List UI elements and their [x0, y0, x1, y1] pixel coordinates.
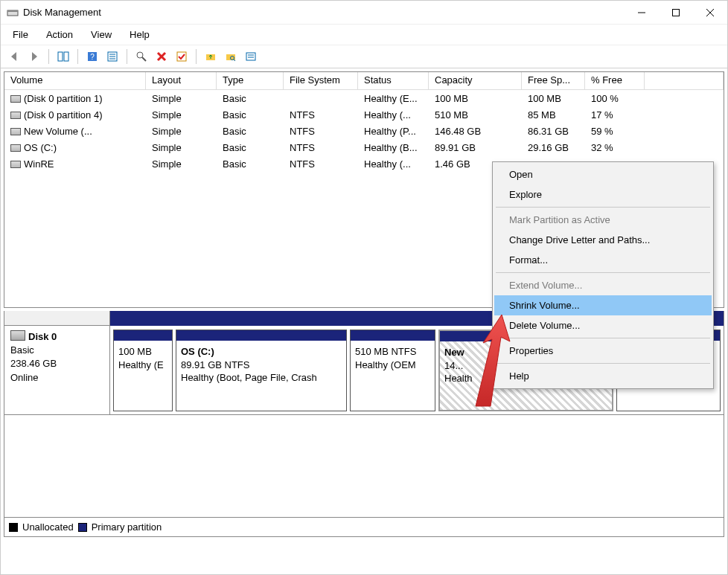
ctx-separator — [496, 272, 710, 273]
check-icon[interactable] — [173, 48, 191, 65]
ctx-mark-active: Mark Partition as Active — [494, 210, 712, 230]
find-icon[interactable] — [132, 48, 150, 65]
menu-action[interactable]: Action — [39, 26, 80, 43]
svg-rect-3 — [673, 9, 680, 16]
ctx-format[interactable]: Format... — [494, 250, 712, 270]
volume-free: 29.16 GB — [522, 141, 585, 155]
folder-up-icon[interactable] — [202, 48, 220, 65]
col-volume[interactable]: Volume — [4, 72, 146, 89]
volume-row[interactable]: (Disk 0 partition 1)SimpleBasicHealthy (… — [4, 90, 724, 106]
menu-view[interactable]: View — [83, 26, 119, 43]
ctx-help[interactable]: Help — [494, 366, 712, 386]
volume-capacity: 510 MB — [429, 108, 522, 122]
separator — [196, 49, 197, 64]
forward-icon[interactable] — [25, 48, 43, 65]
volume-pct: 17 % — [585, 108, 645, 122]
disk-type: Basic — [10, 344, 103, 357]
window-title: Disk Management — [23, 7, 625, 18]
partition-box[interactable]: OS (C:)89.91 GB NTFSHealthy (Boot, Page … — [176, 330, 347, 411]
ctx-delete[interactable]: Delete Volume... — [494, 315, 712, 335]
legend-unallocated-swatch — [9, 523, 18, 532]
help-icon[interactable]: ? — [83, 48, 101, 65]
legend-primary-swatch — [78, 523, 87, 532]
partition-line2: Healthy (Boot, Page File, Crash — [181, 371, 342, 385]
ctx-explore[interactable]: Explore — [494, 184, 712, 205]
volume-capacity: 89.91 GB — [429, 141, 522, 155]
list-icon[interactable] — [242, 48, 260, 65]
volume-type: Basic — [217, 157, 284, 171]
minimize-button[interactable] — [625, 1, 659, 24]
folder-search-icon[interactable] — [222, 48, 240, 65]
volume-layout: Simple — [146, 124, 217, 138]
volume-type: Basic — [217, 141, 284, 155]
partition-line2: Healthy (OEM — [355, 359, 430, 372]
col-type[interactable]: Type — [217, 72, 284, 89]
ctx-change-letter[interactable]: Change Drive Letter and Paths... — [494, 230, 712, 250]
col-free[interactable]: Free Sp... — [522, 72, 585, 89]
ctx-extend: Extend Volume... — [494, 275, 712, 295]
volume-name: OS (C:) — [24, 142, 57, 153]
volume-status: Healthy (E... — [358, 91, 429, 106]
volume-name: WinRE — [24, 158, 54, 170]
volume-free: 100 MB — [522, 91, 585, 106]
volume-fs: NTFS — [284, 141, 358, 155]
volume-status: Healthy (B... — [358, 141, 429, 155]
partition-line1: 89.91 GB NTFS — [181, 359, 342, 372]
volume-pct: 100 % — [585, 91, 645, 106]
volume-status: Healthy (... — [358, 108, 429, 122]
window-controls — [625, 1, 727, 24]
disk-stripe — [4, 311, 109, 326]
separator — [48, 49, 49, 64]
col-fs[interactable]: File System — [284, 72, 358, 89]
partition-line2: Healthy (E — [118, 359, 167, 372]
disk-icon — [10, 330, 25, 341]
separator — [77, 49, 78, 64]
partition-stripe — [114, 330, 172, 341]
maximize-button[interactable] — [659, 1, 693, 24]
volume-fs: NTFS — [284, 108, 358, 122]
volume-row[interactable]: New Volume (...SimpleBasicNTFSHealthy (P… — [4, 123, 724, 139]
col-pct[interactable]: % Free — [585, 72, 645, 89]
svg-rect-7 — [64, 52, 68, 61]
disk-label[interactable]: Disk 0 Basic 238.46 GB Online — [4, 311, 110, 414]
close-button[interactable] — [693, 1, 727, 24]
app-icon — [7, 7, 19, 19]
volume-status: Healthy (P... — [358, 124, 429, 138]
volume-row[interactable]: (Disk 0 partition 4)SimpleBasicNTFSHealt… — [4, 106, 724, 123]
menubar: File Action View Help — [1, 25, 727, 45]
legend-unallocated-label: Unallocated — [22, 521, 74, 533]
back-icon[interactable] — [5, 48, 23, 65]
partition-stripe — [351, 330, 435, 341]
ctx-open[interactable]: Open — [494, 164, 712, 184]
volume-icon — [10, 144, 21, 152]
svg-text:?: ? — [90, 53, 95, 61]
ctx-separator — [496, 363, 710, 364]
volume-status: Healthy (... — [358, 157, 429, 171]
volume-name: (Disk 0 partition 4) — [24, 109, 102, 121]
partition-box[interactable]: 510 MB NTFSHealthy (OEM — [350, 330, 435, 411]
volume-type: Basic — [217, 124, 284, 138]
menu-file[interactable]: File — [5, 26, 36, 43]
volume-capacity: 100 MB — [429, 91, 522, 106]
partition-box[interactable]: 100 MBHealthy (E — [113, 330, 173, 411]
empty-panel — [4, 415, 724, 518]
menu-help[interactable]: Help — [122, 26, 157, 43]
col-capacity[interactable]: Capacity — [429, 72, 522, 89]
ctx-properties[interactable]: Properties — [494, 341, 712, 361]
volume-free: 86.31 GB — [522, 124, 585, 138]
col-layout[interactable]: Layout — [146, 72, 217, 89]
properties-icon[interactable] — [103, 48, 121, 65]
delete-icon[interactable] — [153, 48, 170, 65]
volume-fs: NTFS — [284, 124, 358, 138]
context-menu: Open Explore Mark Partition as Active Ch… — [492, 161, 714, 389]
volume-row[interactable]: OS (C:)SimpleBasicNTFSHealthy (B...89.91… — [4, 139, 724, 155]
col-extra[interactable] — [645, 72, 724, 89]
ctx-shrink[interactable]: Shrink Volume... — [494, 295, 712, 315]
volume-layout: Simple — [146, 157, 217, 171]
col-status[interactable]: Status — [358, 72, 429, 89]
partition-stripe — [176, 330, 346, 341]
svg-point-14 — [137, 52, 143, 58]
volume-capacity: 146.48 GB — [429, 124, 522, 138]
partition-line1: 100 MB — [118, 345, 167, 359]
panels-icon[interactable] — [54, 48, 72, 65]
